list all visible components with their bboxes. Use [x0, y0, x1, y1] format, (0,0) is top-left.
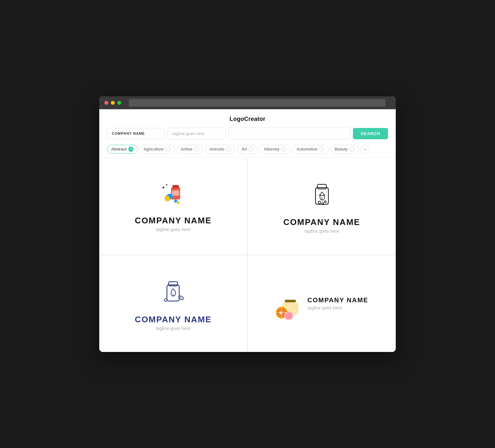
svg-point-20	[164, 299, 167, 301]
svg-point-12	[318, 201, 321, 204]
svg-rect-10	[317, 184, 326, 189]
arrow-right-icon: →	[363, 147, 367, 152]
filter-chip-agriculture[interactable]: Agriculture	[140, 145, 175, 154]
filter-chip-airline[interactable]: Airline	[177, 145, 203, 154]
browser-titlebar	[99, 96, 396, 109]
filter-chip-beauty[interactable]: Beauty	[330, 145, 358, 154]
filter-label-attorney: Attorney	[264, 147, 279, 151]
keyword-input[interactable]	[228, 128, 350, 140]
logo-card-4[interactable]: $ COMPANY NAME tagline goes here	[248, 255, 396, 352]
filter-next-button[interactable]: →	[361, 145, 370, 154]
check-icon-abstract	[128, 147, 133, 152]
logo1-tagline: tagline goes here	[156, 227, 190, 232]
filter-label-agriculture: Agriculture	[144, 147, 164, 151]
logo4-text-wrap: COMPANY NAME tagline goes here	[307, 297, 368, 310]
logo-card-1[interactable]: ✦ ✦	[99, 158, 247, 255]
svg-point-7	[174, 200, 177, 203]
svg-rect-15	[167, 285, 179, 301]
svg-rect-3	[172, 185, 179, 188]
browser-window: LogoCreator SEARCH Abstract Agriculture …	[99, 96, 396, 352]
check-icon-agriculture	[165, 147, 170, 152]
filter-bar: Abstract Agriculture Airline Animals Art…	[99, 145, 396, 158]
svg-point-26	[286, 313, 292, 319]
logo3-company-name: COMPANY NAME	[135, 315, 211, 325]
filter-chip-automotive[interactable]: Automotive	[292, 145, 328, 154]
minimize-button[interactable]	[111, 101, 115, 105]
svg-text:✦: ✦	[161, 185, 165, 190]
svg-text:✦: ✦	[165, 183, 168, 187]
logo2-tagline: tagline goes here	[305, 229, 339, 234]
filter-chip-animals[interactable]: Animals	[205, 145, 235, 154]
check-icon-beauty	[349, 147, 354, 152]
svg-rect-21	[285, 300, 296, 302]
logo-icon-3	[160, 276, 186, 309]
app-container: LogoCreator SEARCH Abstract Agriculture …	[99, 109, 396, 352]
svg-rect-6	[172, 190, 179, 196]
filter-chip-attorney[interactable]: Attorney	[260, 145, 290, 154]
search-button[interactable]: SEARCH	[353, 128, 388, 139]
filter-label-animals: Animals	[209, 147, 224, 151]
logo3-tagline: tagline goes here	[156, 326, 190, 331]
app-title: LogoCreator	[99, 109, 396, 128]
svg-point-14	[322, 203, 324, 205]
check-icon-art	[248, 147, 254, 152]
logo1-company-name: COMPANY NAME	[135, 216, 211, 226]
logo-icon-2	[309, 179, 335, 212]
company-name-input[interactable]	[107, 128, 165, 139]
filter-label-beauty: Beauty	[335, 147, 347, 151]
url-bar[interactable]	[129, 99, 385, 107]
logo-icon-1: ✦ ✦	[159, 180, 188, 210]
filter-label-abstract: Abstract	[111, 147, 127, 151]
svg-point-8	[177, 201, 180, 204]
check-icon-animals	[226, 147, 231, 152]
search-bar: SEARCH	[99, 128, 396, 145]
svg-line-19	[180, 297, 182, 299]
logo-grid: ✦ ✦	[99, 158, 396, 352]
filter-label-airline: Airline	[181, 147, 192, 151]
check-icon-automotive	[319, 147, 324, 152]
svg-point-13	[324, 201, 326, 203]
logo4-tagline: tagline goes here	[307, 305, 368, 310]
filter-chip-art[interactable]: Art	[237, 145, 258, 154]
filter-label-art: Art	[241, 147, 247, 151]
logo-card-2[interactable]: COMPANY NAME tagline goes here	[248, 158, 396, 255]
check-icon-airline	[194, 147, 199, 152]
svg-text:$: $	[279, 311, 281, 315]
check-icon-attorney	[281, 147, 286, 152]
filter-chip-abstract[interactable]: Abstract	[107, 145, 138, 154]
close-button[interactable]	[104, 101, 108, 105]
logo2-company-name: COMPANY NAME	[283, 217, 360, 227]
maximize-button[interactable]	[117, 101, 121, 105]
filter-label-automotive: Automotive	[296, 147, 317, 151]
logo-card-3[interactable]: COMPANY NAME tagline goes here	[99, 255, 247, 352]
logo-icon-4: $	[275, 291, 301, 317]
tagline-input[interactable]	[168, 128, 226, 140]
logo4-company-name: COMPANY NAME	[307, 297, 368, 304]
